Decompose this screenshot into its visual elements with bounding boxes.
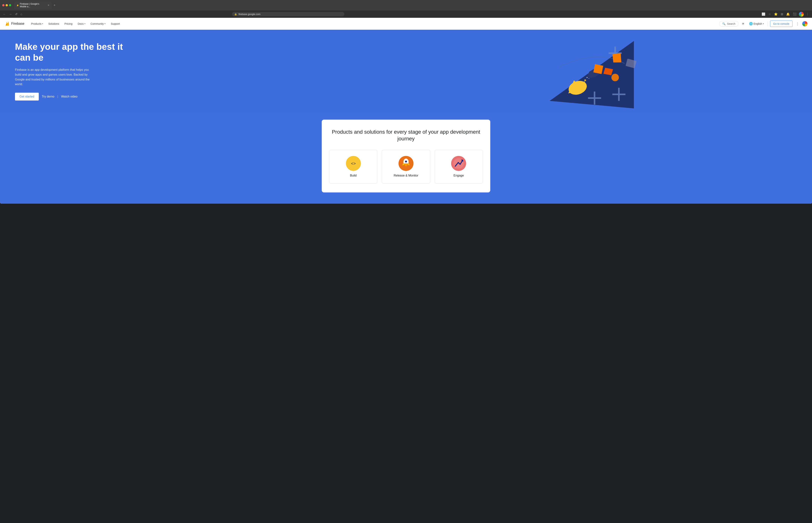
tab-title: Firebase | Google's Mobile a... — [20, 3, 46, 8]
more-icon[interactable]: ⋮ — [805, 12, 810, 17]
get-started-button[interactable]: Get started — [15, 93, 39, 101]
nav-link-pricing[interactable]: Pricing — [62, 21, 75, 27]
maximize-button[interactable] — [9, 4, 11, 6]
hero-illustration — [325, 30, 812, 112]
minimize-button[interactable] — [6, 4, 8, 6]
product-card-release-monitor[interactable]: Release & Monitor — [382, 150, 430, 183]
share-icon[interactable]: ⊞ — [780, 12, 784, 17]
products-section: Products and solutions for every stage o… — [0, 112, 812, 204]
svg-point-16 — [584, 82, 585, 83]
engage-svg-icon — [451, 156, 466, 171]
products-section-title: Products and solutions for every stage o… — [329, 129, 483, 142]
release-monitor-svg-icon — [399, 156, 413, 171]
console-button[interactable]: Go to console — [770, 21, 793, 27]
nav-divider — [767, 21, 768, 26]
toolbar-actions: ⬜ ☆ ⭐ ⊞ 🔔 ⬛ ⋮ — [761, 12, 810, 17]
browser-titlebar: Firebase | Google's Mobile a... ✕ + — [0, 0, 812, 11]
hero-svg — [325, 30, 812, 112]
active-tab[interactable]: Firebase | Google's Mobile a... ✕ — [14, 1, 52, 9]
nav-brand-text: Firebase — [11, 22, 24, 26]
search-button[interactable]: 🔍 Search — [719, 21, 738, 26]
forward-button[interactable]: → — [8, 12, 13, 17]
nav-actions: 🔍 Search ☀ 🌐 English ▾ Go to console ⋮ — [719, 21, 808, 27]
watch-video-button[interactable]: Watch video — [61, 95, 77, 98]
svg-point-15 — [588, 78, 589, 79]
browser-window: Firebase | Google's Mobile a... ✕ + ← → … — [0, 0, 812, 18]
firebase-flame-icon — [4, 21, 10, 26]
tab-bar: Firebase | Google's Mobile a... ✕ + — [14, 1, 805, 9]
reload-button[interactable]: ↺ — [14, 12, 18, 17]
back-button[interactable]: ← — [2, 12, 7, 17]
extensions-icon[interactable]: ⬜ — [761, 12, 766, 17]
nav-link-solutions[interactable]: Solutions — [46, 21, 61, 27]
product-card-build[interactable]: <> Build — [329, 150, 377, 183]
hero-actions: Get started Try demo | Watch video — [15, 93, 124, 101]
bell-icon[interactable]: 🔔 — [785, 12, 791, 17]
bookmark-icon[interactable]: ☆ — [767, 12, 772, 17]
profile-avatar[interactable] — [799, 12, 804, 17]
globe-icon: 🌐 — [749, 22, 753, 25]
svg-point-19 — [612, 74, 619, 81]
products-card: Products and solutions for every stage o… — [322, 120, 490, 193]
close-button[interactable] — [2, 4, 4, 6]
star-icon[interactable]: ⭐ — [773, 12, 778, 17]
docs-chevron-icon: ▾ — [85, 23, 85, 25]
nav-logo[interactable]: Firebase — [4, 21, 24, 26]
url-display: firebase.google.com — [239, 13, 261, 16]
nav-link-docs[interactable]: Docs ▾ — [75, 21, 88, 27]
hero-divider: | — [57, 95, 58, 98]
nav-link-community[interactable]: Community ▾ — [88, 21, 108, 27]
svg-point-14 — [586, 77, 588, 78]
products-chevron-icon: ▾ — [42, 23, 43, 25]
nav-more-icon[interactable]: ⋮ — [795, 21, 800, 27]
search-icon: 🔍 — [722, 22, 725, 25]
product-card-engage[interactable]: Engage — [435, 150, 483, 183]
release-monitor-label: Release & Monitor — [394, 174, 418, 177]
svg-point-13 — [584, 79, 586, 81]
user-avatar[interactable] — [802, 21, 808, 26]
tab-close-icon[interactable]: ✕ — [48, 4, 50, 6]
hero-content: Make your app the best it can be Firebas… — [15, 41, 124, 101]
engage-icon — [451, 156, 466, 171]
browser-toolbar: ← → ↺ ⌂ 🔒 firebase.google.com ⬜ ☆ ⭐ ⊞ 🔔 … — [0, 11, 812, 18]
language-selector[interactable]: 🌐 English ▾ — [747, 21, 765, 26]
sidebar-icon[interactable]: ⬛ — [792, 12, 797, 17]
address-bar[interactable]: 🔒 firebase.google.com — [232, 12, 345, 16]
release-monitor-icon — [399, 156, 413, 171]
community-chevron-icon: ▾ — [105, 23, 105, 25]
build-icon: <> — [346, 156, 361, 171]
traffic-lights — [2, 4, 11, 6]
nav-link-support[interactable]: Support — [108, 21, 122, 27]
new-tab-button[interactable]: + — [52, 3, 57, 7]
nav-links: Products ▾ Solutions Pricing Docs ▾ Comm… — [29, 21, 719, 27]
build-svg-icon: <> — [349, 159, 357, 167]
hero-description: Firebase is an app development platform … — [15, 67, 94, 87]
tab-favicon — [17, 4, 19, 6]
theme-toggle-icon[interactable]: ☀ — [741, 21, 745, 26]
hero-title: Make your app the best it can be — [15, 41, 124, 63]
hero-section: Make your app the best it can be Firebas… — [0, 30, 812, 112]
main-nav: Firebase Products ▾ Solutions Pricing Do… — [0, 18, 812, 30]
language-chevron-icon: ▾ — [763, 23, 764, 25]
engage-label: Engage — [454, 174, 464, 177]
build-label: Build — [350, 174, 357, 177]
home-button[interactable]: ⌂ — [20, 12, 23, 17]
svg-point-27 — [405, 161, 407, 162]
nav-link-products[interactable]: Products ▾ — [29, 21, 45, 27]
website-content: Firebase Products ▾ Solutions Pricing Do… — [0, 18, 812, 204]
svg-text:<>: <> — [351, 161, 356, 166]
lock-icon: 🔒 — [234, 13, 237, 16]
try-demo-button[interactable]: Try demo — [42, 95, 54, 98]
products-grid: <> Build — [329, 150, 483, 183]
